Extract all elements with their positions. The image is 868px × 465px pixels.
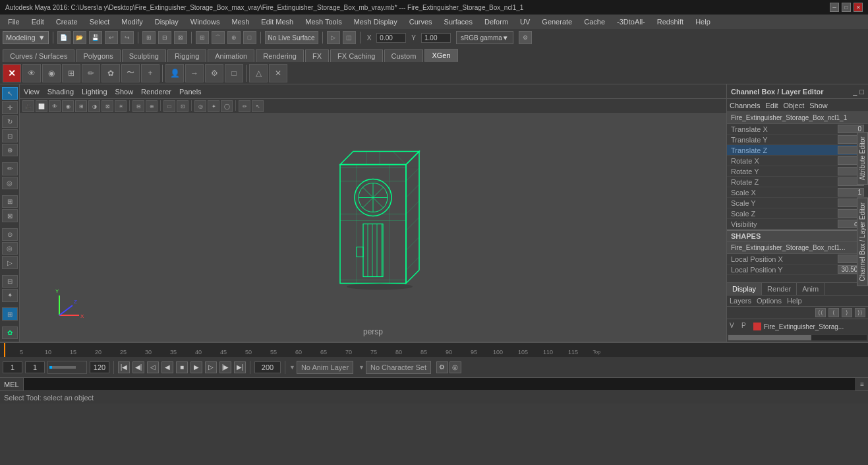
vp-film-icon[interactable]: ⬜ — [36, 100, 47, 112]
vp-shade-icon[interactable]: ◑ — [88, 100, 100, 112]
layer-first-btn[interactable]: ⟨⟨ — [815, 308, 826, 317]
channel-local-pos-y[interactable]: Local Position Y 30.503 — [727, 264, 868, 275]
playback-prefs-btn[interactable]: ⚙ — [436, 361, 448, 373]
close-button[interactable]: ✕ — [854, 3, 863, 12]
playback-snap-btn[interactable]: ◎ — [449, 361, 461, 373]
window-controls[interactable]: ─ □ ✕ — [830, 3, 863, 12]
channel-box-side-tab[interactable]: Channel Box / Layer Editor — [857, 198, 868, 286]
layer-next-btn[interactable]: ⟩ — [842, 308, 852, 317]
playblast-tool[interactable]: ▷ — [2, 256, 18, 268]
custom-tool-1[interactable]: ⊠ — [2, 209, 18, 222]
playback-end-field[interactable]: 200 — [254, 361, 281, 373]
vp-xray-joints-icon[interactable]: ◯ — [221, 100, 233, 112]
universal-tool[interactable]: ⊕ — [2, 144, 18, 156]
channel-scale-x[interactable]: Scale X 1 — [727, 187, 868, 198]
vp-resolution-icon[interactable]: □ — [163, 100, 175, 112]
menu-generate[interactable]: Generate — [536, 16, 577, 27]
shelf-x-icon[interactable]: ✕ — [3, 64, 21, 82]
menu-edit[interactable]: Edit — [26, 16, 49, 27]
menu-deform[interactable]: Deform — [479, 16, 513, 27]
maximize-button[interactable]: □ — [842, 3, 851, 12]
menu-select[interactable]: Select — [84, 16, 115, 27]
vp-isolate-icon[interactable]: ◎ — [194, 100, 206, 112]
tab-fx[interactable]: FX — [305, 49, 329, 62]
undo-icon[interactable]: ↩ — [105, 31, 118, 44]
channel-local-pos-x[interactable]: Local Position X 0 — [727, 254, 868, 264]
menu-modify[interactable]: Modify — [116, 16, 148, 27]
menu-cache[interactable]: Cache — [579, 16, 610, 27]
shelf-cog-icon[interactable]: ⚙ — [205, 64, 223, 82]
attribute-editor-tab[interactable]: Attribute Editor — [857, 132, 868, 185]
menu-file[interactable]: File — [3, 16, 25, 27]
play-next-key-btn[interactable]: ▷ — [205, 361, 217, 373]
range-end-field[interactable]: 120 — [90, 361, 109, 373]
compass-icon[interactable]: ✿ — [2, 326, 18, 339]
vp-heads-icon[interactable]: ⊕ — [146, 100, 158, 112]
render-region-icon[interactable]: ◫ — [343, 31, 356, 44]
vp-texture-icon[interactable]: ⊠ — [101, 100, 113, 112]
play-back-end-btn[interactable]: |◀ — [118, 361, 130, 373]
select-by-type-icon[interactable]: ⊞ — [142, 31, 156, 44]
command-input[interactable] — [24, 378, 856, 390]
minimize-button[interactable]: ─ — [830, 3, 839, 12]
vp-grid-icon[interactable]: ⊟ — [132, 100, 144, 112]
vp-menu-show[interactable]: Show — [115, 88, 134, 96]
layer-menu-options[interactable]: Options — [757, 297, 782, 305]
rotate-tool[interactable]: ↻ — [2, 115, 18, 128]
shelf-person-icon[interactable]: 👤 — [165, 64, 184, 82]
play-end-btn[interactable]: ▶| — [234, 361, 246, 373]
layer-menu-layers[interactable]: Layers — [730, 297, 751, 305]
char-set-dropdown[interactable]: No Character Set — [366, 361, 431, 374]
play-back-btn[interactable]: ◀ — [161, 361, 173, 373]
cmd-type-selector[interactable]: MEL — [0, 378, 24, 390]
menu-edit-mesh[interactable]: Edit Mesh — [256, 16, 299, 27]
scale-tool[interactable]: ⊡ — [2, 129, 18, 142]
vp-light-icon[interactable]: ☀ — [115, 100, 127, 112]
shelf-flower-icon[interactable]: ✿ — [101, 64, 120, 82]
menu-mesh-display[interactable]: Mesh Display — [349, 16, 403, 27]
play-step-back-btn[interactable]: ◀| — [132, 361, 144, 373]
vp-hud-icon[interactable]: ⊡ — [177, 100, 188, 112]
gamma-dropdown[interactable]: sRGB gamma ▼ — [456, 31, 513, 44]
select-tool[interactable]: ↖ — [2, 87, 18, 100]
menu-uv[interactable]: UV — [515, 16, 535, 27]
layer-tab-render[interactable]: Render — [762, 283, 797, 295]
tab-custom[interactable]: Custom — [384, 49, 424, 62]
tab-rigging[interactable]: Rigging — [167, 49, 206, 62]
layer-scrollbar[interactable] — [728, 335, 867, 340]
hierarchy-icon[interactable]: ⊟ — [158, 31, 171, 44]
anim-layer-dropdown[interactable]: No Anim Layer — [297, 361, 353, 374]
timeline-ruler[interactable]: 5 10 15 20 25 30 35 40 45 50 55 60 65 70… — [0, 342, 868, 357]
y-coord-value[interactable]: 1.00 — [421, 33, 451, 43]
camera-tool[interactable]: ⊙ — [2, 228, 18, 241]
shelf-tri-icon[interactable]: △ — [249, 64, 268, 82]
live-surface-dropdown[interactable]: No Live Surface — [265, 31, 318, 44]
x-coord-value[interactable]: 0.00 — [376, 33, 406, 43]
shelf-arrow-icon[interactable]: → — [185, 64, 204, 82]
mode-dropdown[interactable]: Modeling ▼ — [3, 31, 49, 44]
tab-animation[interactable]: Animation — [208, 49, 254, 62]
snap-curve-icon[interactable]: ⌒ — [212, 31, 225, 44]
save-file-icon[interactable]: 💾 — [89, 31, 102, 44]
current-frame-field[interactable]: 1 — [3, 361, 22, 373]
tab-curves-surfaces[interactable]: Curves / Surfaces — [3, 49, 74, 62]
vp-select-icon[interactable]: ↖ — [252, 100, 264, 112]
stop-btn[interactable]: ■ — [176, 361, 188, 373]
cb-minimize[interactable]: _ — [853, 88, 857, 96]
layer-last-btn[interactable]: ⟩⟩ — [855, 308, 865, 317]
shelf-eye-icon[interactable]: 👁 — [22, 64, 41, 82]
cb-menu-show[interactable]: Show — [809, 102, 828, 109]
snap-point-icon[interactable]: ⊕ — [227, 31, 241, 44]
layer-lock-p[interactable]: P — [741, 322, 751, 331]
render-icon[interactable]: ▷ — [327, 31, 340, 44]
timeline-slider[interactable] — [47, 361, 87, 374]
vp-menu-shading[interactable]: Shading — [47, 88, 74, 96]
show-manipulator[interactable]: ⊞ — [2, 195, 18, 208]
play-step-fwd-btn[interactable]: |▶ — [219, 361, 231, 373]
soft-select-tool[interactable]: ◎ — [2, 177, 18, 189]
menu-3dtoall[interactable]: -3DtoAll- — [612, 16, 651, 27]
menu-windows[interactable]: Windows — [185, 16, 225, 27]
vp-menu-lighting[interactable]: Lighting — [82, 88, 107, 96]
tab-xgen[interactable]: XGen — [424, 49, 457, 62]
tab-sculpting[interactable]: Sculpting — [122, 49, 166, 62]
